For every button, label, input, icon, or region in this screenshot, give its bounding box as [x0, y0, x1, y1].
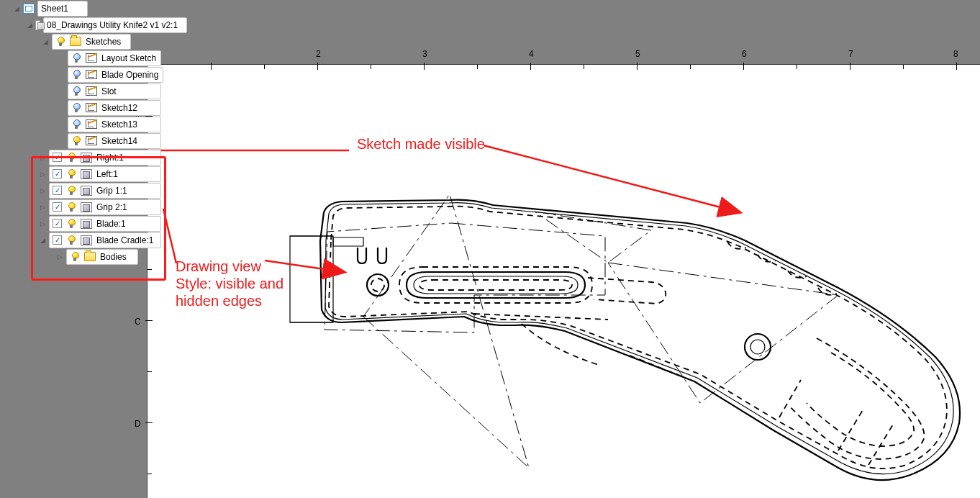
sketch-icon: [86, 86, 97, 96]
ruler-number: 8: [953, 49, 958, 59]
expand-toggle[interactable]: ▷: [56, 253, 63, 261]
visibility-bulb-icon[interactable]: [71, 136, 81, 146]
visibility-bulb-icon[interactable]: [71, 103, 81, 113]
tree-node-part[interactable]: ✓Left:1: [49, 166, 161, 182]
checkbox[interactable]: ✓: [53, 153, 62, 162]
tree-node-part[interactable]: ✓Blade:1: [49, 216, 161, 232]
visibility-bulb-icon[interactable]: [66, 202, 76, 212]
tree-label: Sketches: [86, 37, 121, 47]
tree-node-part[interactable]: ✓Blade Cradle:1: [49, 232, 161, 248]
ruler-number: 3: [422, 49, 427, 59]
annotation-sketch-visible: Sketch made visible: [357, 135, 485, 153]
body-icon: [81, 202, 92, 212]
sketch-icon: [86, 136, 97, 145]
body-icon: [81, 186, 92, 196]
folder-icon: [84, 252, 96, 261]
tree-label: Blade:1: [96, 219, 126, 229]
expand-toggle[interactable]: ▷: [39, 220, 46, 227]
svg-point-1: [367, 274, 389, 296]
tree-node-root-component[interactable]: 08_Drawings Utility Knife2 v1 v2:1: [43, 17, 187, 33]
expand-toggle[interactable]: ▷: [39, 187, 46, 194]
visibility-bulb-icon[interactable]: [55, 37, 65, 47]
tree-node-part[interactable]: ✓Right:1: [49, 150, 161, 166]
tree-node-part[interactable]: ✓Grip 2:1: [49, 199, 161, 215]
tree-label: Grip 2:1: [96, 202, 127, 212]
tree-label: Sketch13: [101, 119, 137, 130]
visibility-bulb-icon[interactable]: [66, 219, 76, 229]
svg-rect-0: [290, 236, 333, 322]
svg-point-4: [750, 340, 765, 354]
visibility-bulb-icon[interactable]: [71, 53, 81, 63]
visibility-bulb-icon[interactable]: [71, 70, 81, 80]
visibility-bulb-icon[interactable]: [66, 186, 76, 196]
ruler-letter: D: [135, 419, 141, 429]
svg-point-3: [745, 334, 771, 360]
expand-toggle[interactable]: ◢: [39, 237, 46, 244]
body-icon: [81, 219, 92, 229]
tree-label: Sheet1: [41, 4, 68, 14]
tree-node-sketch[interactable]: Slot: [68, 83, 161, 99]
tree-node-sketch[interactable]: Sketch14: [68, 133, 161, 149]
expand-toggle[interactable]: ▷: [39, 171, 46, 178]
checkbox[interactable]: ✓: [53, 169, 62, 178]
browser-tree[interactable]: ◢ Sheet1 ◢ 08_Drawings Utility Knife2 v1…: [0, 0, 187, 265]
expand-toggle[interactable]: ◢: [27, 22, 32, 29]
tree-label: Slot: [101, 86, 117, 96]
tree-node-sketch[interactable]: Sketch12: [68, 100, 161, 116]
visibility-bulb-icon[interactable]: [71, 86, 81, 96]
checkbox[interactable]: ✓: [53, 235, 62, 245]
tree-node-sketches-folder[interactable]: Sketches: [52, 34, 131, 50]
visibility-bulb-icon[interactable]: [71, 119, 81, 130]
sketch-icon: [86, 53, 97, 63]
ruler-number: 2: [316, 49, 321, 59]
tree-label: Blade Cradle:1: [96, 235, 153, 245]
body-icon: [81, 153, 92, 163]
ruler-number: 7: [848, 49, 853, 59]
folder-icon: [70, 37, 81, 46]
checkbox[interactable]: ✓: [53, 186, 62, 195]
tree-label: Left:1: [96, 169, 118, 179]
tree-node-sketch[interactable]: Sketch13: [68, 117, 161, 132]
expand-toggle[interactable]: ◢: [13, 5, 20, 12]
tree-node-sheet[interactable]: Sheet1: [37, 1, 88, 17]
sheet-icon: [23, 4, 35, 14]
ruler-number: 6: [742, 49, 747, 59]
tree-label: Sketch14: [101, 136, 137, 146]
tree-label: Blade Opening: [101, 70, 158, 80]
ruler-letter: C: [135, 317, 141, 327]
expand-toggle[interactable]: ▷: [39, 154, 46, 161]
annotation-drawing-view: Drawing view Style: visible and hidden e…: [176, 258, 283, 309]
visibility-bulb-icon[interactable]: [66, 153, 76, 163]
expand-toggle[interactable]: ◢: [42, 38, 49, 45]
tree-label: Grip 1:1: [96, 186, 127, 196]
ruler-number: 4: [529, 49, 534, 59]
tree-label: Bodies: [100, 252, 127, 262]
tree-node-sketch[interactable]: Layout Sketch: [68, 50, 161, 66]
tree-node-part[interactable]: ✓Grip 1:1: [49, 183, 161, 199]
visibility-bulb-icon[interactable]: [66, 169, 76, 179]
ruler-number: 5: [635, 49, 640, 59]
body-icon: [81, 235, 92, 245]
expand-toggle[interactable]: ▷: [39, 204, 46, 211]
tree-label: Sketch12: [101, 103, 137, 113]
component-icon: [35, 20, 40, 30]
sketch-icon: [86, 103, 97, 112]
tree-node-bodies-folder[interactable]: Bodies: [66, 249, 138, 265]
tree-label: Right:1: [96, 153, 124, 163]
body-icon: [81, 169, 92, 179]
checkbox[interactable]: ✓: [53, 202, 62, 212]
tree-label: Layout Sketch: [101, 53, 156, 63]
visibility-bulb-icon[interactable]: [70, 252, 80, 262]
tree-label: 08_Drawings Utility Knife2 v1 v2:1: [47, 20, 178, 30]
sketch-icon: [86, 70, 97, 79]
visibility-bulb-icon[interactable]: [66, 235, 76, 245]
sketch-icon: [86, 119, 97, 129]
tree-node-sketch[interactable]: Blade Opening: [68, 67, 163, 83]
checkbox[interactable]: ✓: [53, 219, 62, 228]
